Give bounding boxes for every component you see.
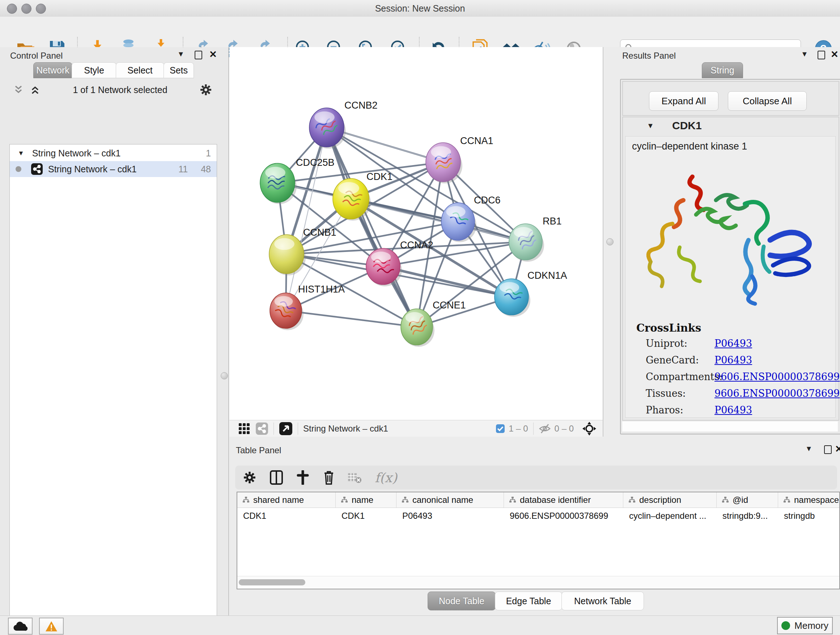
crosslink-label: Uniprot: [646,338,687,349]
network-view-canvas[interactable]: CCNB2CCNA1CDC25BCDK1CDC6RB1CCNB1CCNA2CDK… [229,47,603,420]
table-cell[interactable]: stringdb:9... [717,508,778,524]
tab-string[interactable]: String [702,62,743,78]
tab-edge-table[interactable]: Edge Table [495,592,562,610]
table-cell[interactable]: CDK1 [336,508,396,524]
toolbar-separator [533,423,534,435]
node-label: CDK1 [366,171,393,182]
crosslink-uniprot-link[interactable]: P06493 [714,338,752,349]
gear-icon[interactable] [243,471,256,484]
tab-sets[interactable]: Sets [164,62,194,78]
gear-icon[interactable] [200,84,212,96]
protein-structure-image [629,157,832,312]
results-panel-menu-caret[interactable]: ▼ [801,50,808,58]
network-edge[interactable] [327,127,417,327]
crosslink-compartments-link[interactable]: 9606.ENSP00000378699 [714,371,840,382]
tab-style[interactable]: Style [72,62,117,78]
right-splitter-handle[interactable] [606,238,614,245]
column-header-name[interactable]: name [336,492,396,508]
network-tree: ▼ String Network – cdk1 1 String Network… [9,144,217,635]
table-row[interactable]: CDK1CDK1P064939606.ENSP00000378699cyclin… [237,508,839,524]
network-node-ccna1[interactable]: CCNA1 [426,135,493,184]
delete-column-icon[interactable] [323,470,335,485]
show-columns-icon[interactable] [270,470,283,485]
hidden-eye-slash-icon [538,424,551,434]
column-header-shared-name[interactable]: shared name [237,492,336,508]
column-type-icon [628,496,636,504]
gene-section-caret[interactable]: ▼ [647,122,654,130]
results-panel-float-button[interactable] [818,51,825,59]
table-cell[interactable]: cyclin–dependent ... [623,508,717,524]
table-panel-title: Table Panel [236,445,281,455]
node-label: CCNE1 [433,300,466,310]
table-toolbar: f(x) [235,466,837,489]
selected-node-edge-counts: 1 – 0 [508,424,528,434]
table-cell[interactable]: stringdb [778,508,840,524]
column-header-description[interactable]: description [623,492,717,508]
hidden-node-edge-counts: 0 – 0 [554,424,574,434]
network-edge[interactable] [286,127,327,310]
birdseye-crosshair-icon[interactable] [582,421,597,436]
expand-all-icon[interactable] [30,85,41,95]
table-header-row: shared namenamecanonical namedatabase id… [237,492,839,508]
expand-all-button[interactable]: Expand All [649,91,718,111]
tab-network[interactable]: Network [33,62,73,78]
gene-description: cyclin–dependent kinase 1 [632,141,747,152]
network-node-cdk1[interactable]: CDK1 [333,171,393,220]
scrollbar-thumb[interactable] [239,579,305,585]
table-horizontal-scrollbar[interactable] [237,576,839,589]
memory-status-dot [782,621,790,630]
network-node-cdc6[interactable]: CDC6 [441,195,501,242]
selected-checkbox-icon[interactable] [496,424,505,433]
tree-expand-caret[interactable]: ▼ [18,149,24,157]
column-header-namespace[interactable]: namespace [778,492,840,508]
collapse-all-button[interactable]: Collapse All [728,91,807,111]
network-node-hist1h1a[interactable]: HIST1H1A [270,284,345,330]
network-collection-row[interactable]: ▼ String Network – cdk1 1 [10,145,217,161]
table-panel-float-button[interactable] [824,445,832,454]
network-node-ccnb2[interactable]: CCNB2 [309,100,378,149]
table-cell[interactable]: 9606.ENSP00000378699 [504,508,623,524]
tab-node-table[interactable]: Node Table [428,592,496,610]
network-view-share-icon[interactable] [256,422,268,435]
network-graph[interactable]: CCNB2CCNA1CDC25BCDK1CDC6RB1CCNB1CCNA2CDK… [229,47,603,420]
table-cell[interactable]: CDK1 [237,508,336,524]
detach-view-icon[interactable] [279,422,293,435]
crosslink-tissues-link[interactable]: 9606.ENSP00000378699 [714,388,840,399]
control-panel-close-button[interactable]: ✕ [209,51,217,58]
collapse-all-icon[interactable] [13,85,24,95]
network-row-selected[interactable]: String Network – cdk1 11 48 [10,161,217,177]
left-splitter-handle[interactable] [221,372,228,379]
cloud-status-button[interactable] [8,618,33,635]
function-builder-button[interactable]: f(x) [375,470,397,485]
column-header-database-identifier[interactable]: database identifier [504,492,623,508]
warning-status-button[interactable] [39,618,64,635]
grid-view-icon[interactable] [238,423,250,435]
control-panel-float-button[interactable] [195,51,202,59]
tab-select[interactable]: Select [116,62,164,78]
network-node-rb1[interactable]: RB1 [509,216,562,262]
crosslink-genecard-link[interactable]: P06493 [714,355,752,366]
column-type-icon [401,496,409,504]
table-cell[interactable]: P06493 [396,508,504,524]
control-panel-menu-caret[interactable]: ▼ [177,50,185,58]
crosslinks-title: CrossLinks [636,322,701,334]
table-panel-menu-caret[interactable]: ▼ [805,445,813,453]
column-header-canonical-name[interactable]: canonical name [396,492,504,508]
network-edge[interactable] [286,310,417,327]
delete-table-icon [347,472,362,483]
expand-collapse-box: Expand All Collapse All [622,81,839,116]
network-node-ccne1[interactable]: CCNE1 [401,300,466,347]
network-node-cdkn1a[interactable]: CDKN1A [494,270,567,317]
string-results-container: Expand All Collapse All ▼ CDK1 cyclin–de… [620,79,840,434]
crosslink-pharos-link[interactable]: P06493 [714,404,752,416]
results-panel-close-button[interactable]: ✕ [831,51,838,58]
column-header--id[interactable]: @id [717,492,778,508]
add-column-icon[interactable] [297,470,309,485]
memory-button[interactable]: Memory [777,617,833,634]
crosslink-label: Compartments: [646,371,722,382]
memory-label: Memory [794,620,829,631]
tab-network-table[interactable]: Network Table [561,592,644,610]
status-bar: Memory [0,616,840,635]
node-label: CCNA2 [400,240,433,250]
table-panel-close-button[interactable]: ✕ [835,445,840,453]
